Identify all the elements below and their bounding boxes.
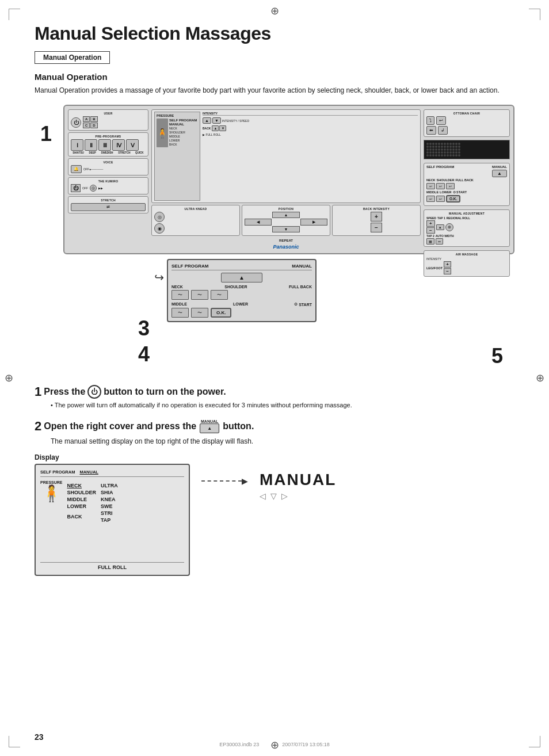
pos-right-btn[interactable]: ▶ xyxy=(300,219,327,226)
tap2-btn[interactable]: ▦ xyxy=(426,238,434,245)
ultra-knead-label: ULTRA KNEAD xyxy=(154,207,237,211)
voice-btn[interactable]: 🔔 xyxy=(71,165,82,173)
corner-mark-tr xyxy=(529,9,540,20)
control-panel-wrapper: 1 USER ⏻ A B C D xyxy=(35,105,514,254)
zoomed-up-btn[interactable]: ▲ xyxy=(221,273,262,282)
callout-4: 4 xyxy=(138,342,150,366)
pressure-display: PRESSURE 🧍 SELF PROGRAM MANUAL NECK SHOU… xyxy=(154,112,200,201)
prog-btn-5[interactable]: Ⅴ xyxy=(126,139,139,151)
back-intensity-label: BACK INTENSITY xyxy=(335,207,418,211)
compass-top: ⊕ xyxy=(270,5,279,17)
zoomed-ok-btn[interactable]: O.K. xyxy=(211,308,231,318)
prog-btn-3[interactable]: Ⅲ xyxy=(98,139,111,151)
disp-figure: 🧍 xyxy=(41,486,62,502)
middle-btn[interactable]: ↩ xyxy=(426,196,435,202)
prog-btn-2[interactable]: Ⅱ xyxy=(85,139,97,151)
ottoman-chair-label: OTTOMAN CHAIR xyxy=(426,112,507,115)
speed-plus-btn[interactable]: + xyxy=(426,220,435,227)
intensity-down-btn[interactable]: ▼ xyxy=(212,117,221,124)
zoomed-full-back-btn[interactable]: 〜 xyxy=(211,290,228,300)
disp-shoulder: SHOULDER xyxy=(67,490,97,495)
step-1-text2: button to turn on the power. xyxy=(104,387,226,397)
btn-c[interactable]: C xyxy=(83,123,90,128)
zoomed-shoulder-label: SHOULDER xyxy=(224,285,247,289)
step-1-number: 1 xyxy=(35,384,41,399)
manual-up-btn[interactable]: ▲ xyxy=(492,170,507,177)
regional-roll-btn[interactable]: ⊕ xyxy=(445,223,453,231)
disp-sp-header: SELF PROGRAM xyxy=(40,469,75,475)
step-2-number: 2 xyxy=(35,419,41,434)
middle-lbl: MIDDLE xyxy=(169,135,197,138)
back-lbl: BACK xyxy=(169,143,197,146)
back-down-btn[interactable]: ▼ xyxy=(219,125,226,131)
pos-up-btn[interactable]: ▲ xyxy=(272,212,299,218)
btn-b[interactable]: B xyxy=(90,116,97,122)
ottoman-btn-1[interactable]: ⤵ xyxy=(426,116,434,125)
knead-btn-1[interactable]: ◎ xyxy=(154,212,165,222)
pressure-figure: 🧍 xyxy=(157,119,168,147)
btn-d[interactable]: D xyxy=(90,123,97,128)
dot-matrix-display: for(let i=0;i<60;i++) document.write('<d… xyxy=(424,140,510,159)
auto-width-btn[interactable]: ⇔ xyxy=(436,238,443,245)
stretch-section-label: STRETCH xyxy=(71,198,146,202)
pos-left-btn[interactable]: ◀ xyxy=(245,219,272,226)
step-2-text2: button. xyxy=(223,421,254,432)
zoomed-middle-btn[interactable]: 〜 xyxy=(171,308,189,318)
ok-btn[interactable]: O.K. xyxy=(446,195,460,203)
back-section-label: BACK xyxy=(203,127,211,130)
regional-roll-label: REGIONAL ROLL xyxy=(447,216,470,220)
disp-full-roll: FULL ROLL xyxy=(40,562,184,570)
panasonic-label: Panasonic xyxy=(151,244,421,250)
right-triangle-icon: ▷ xyxy=(281,491,288,501)
ottoman-btn-4[interactable]: ↲ xyxy=(438,126,448,135)
tap2-label: TAP 2 xyxy=(426,234,434,238)
btn-a[interactable]: A xyxy=(83,116,90,122)
disp-neck: NECK xyxy=(67,483,97,488)
swedish-label: SWEDISH xyxy=(101,151,113,154)
power-button[interactable]: ⏻ xyxy=(71,117,81,128)
stretch-btn[interactable]: ⇌ xyxy=(71,203,146,211)
ottoman-chair-section: OTTOMAN CHAIR ⤵ ↩ ⬅ ↲ xyxy=(424,109,510,137)
prog-btn-1[interactable]: Ⅰ xyxy=(71,139,83,151)
panel-user-section: USER ⏻ A B C D xyxy=(68,109,148,131)
speed-adj-label: SPEED xyxy=(426,216,436,220)
disp-manual-header: MANUAL xyxy=(79,469,98,475)
pos-down-btn[interactable]: ▼ xyxy=(272,226,299,232)
manual-button[interactable]: ▲ xyxy=(200,423,219,433)
full-back-btn[interactable]: ↩ xyxy=(446,183,455,189)
ottoman-btn-2[interactable]: ↩ xyxy=(436,116,446,125)
zoomed-lower-btn[interactable]: 〜 xyxy=(191,308,208,318)
display-block: Display SELF PROGRAM MANUAL PRESSURE 🧍 xyxy=(35,453,190,576)
kumiro-power[interactable]: ⏻ xyxy=(71,184,81,192)
knead-btn-2[interactable]: ◉ xyxy=(154,223,165,234)
dashed-line xyxy=(201,480,242,482)
tap1-btn[interactable]: ▲ xyxy=(436,224,444,230)
prog-btn-4[interactable]: Ⅳ xyxy=(112,139,125,151)
footer-info: EP30003.indb 23 2007/07/19 13:05:18 xyxy=(219,742,330,747)
dashed-arrow-wrapper: ▶ xyxy=(201,476,248,486)
zoomed-neck-btn[interactable]: 〜 xyxy=(171,290,189,300)
speed-btn[interactable]: ◎ xyxy=(90,185,97,192)
disp-middle: MIDDLE xyxy=(67,497,97,502)
speed-minus-btn[interactable]: − xyxy=(426,227,435,234)
manual-section-label: MANUAL xyxy=(492,165,507,169)
manual-above-label: MANUAL xyxy=(201,419,218,423)
center-controls: INTENSITY ▲ ▼ INTENSITY / SPEED BACK ▲ xyxy=(203,112,418,201)
power-icon: ⏻ xyxy=(87,385,101,399)
back-plus-btn[interactable]: + xyxy=(371,212,382,222)
compass-right: ⊕ xyxy=(536,372,544,384)
back-minus-btn[interactable]: − xyxy=(371,223,382,232)
ottoman-btn-3[interactable]: ⬅ xyxy=(426,126,436,135)
tab-badge: Manual Operation xyxy=(35,51,110,64)
lower-btn[interactable]: ↩ xyxy=(436,196,445,202)
intensity-speed-label: INTENSITY / SPEED xyxy=(222,119,249,123)
intensity-label: INTENSITY xyxy=(203,112,418,116)
neck-btn[interactable]: ↩ xyxy=(426,183,435,189)
intensity-up-btn[interactable]: ▲ xyxy=(203,117,211,124)
back-up-btn[interactable]: ▲ xyxy=(212,125,219,131)
zoomed-shoulder-btn[interactable]: 〜 xyxy=(191,290,208,300)
footer-left: EP30003.indb 23 xyxy=(219,742,259,747)
disp-back: BACK xyxy=(67,514,97,520)
shoulder-btn[interactable]: ↩ xyxy=(436,183,445,189)
pressure-label: PRESSURE xyxy=(157,114,198,117)
